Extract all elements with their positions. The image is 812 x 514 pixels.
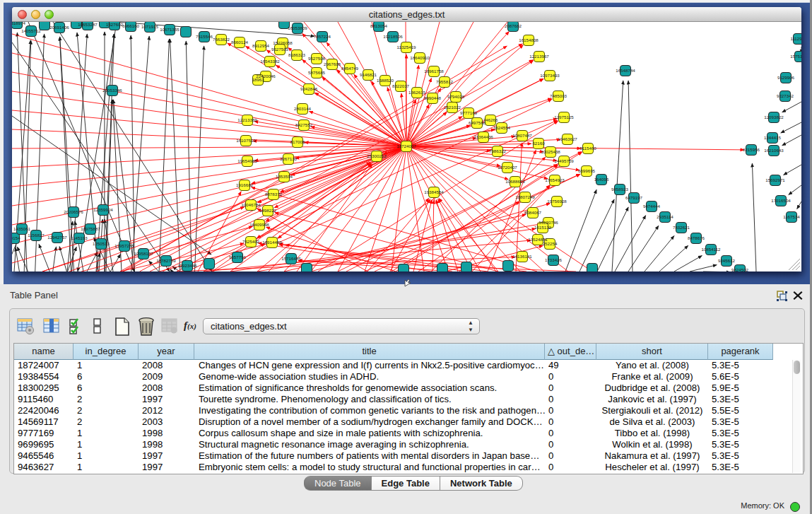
svg-text:16961758: 16961758 xyxy=(424,69,444,74)
svg-text:18807249: 18807249 xyxy=(515,194,535,199)
svg-text:1362615: 1362615 xyxy=(408,90,426,95)
svg-text:9657791: 9657791 xyxy=(229,255,247,259)
svg-text:6479197: 6479197 xyxy=(625,195,643,200)
svg-text:10025438: 10025438 xyxy=(541,149,560,154)
svg-text:20053346: 20053346 xyxy=(102,88,122,93)
svg-text:1435061: 1435061 xyxy=(13,226,31,231)
svg-text:62160: 62160 xyxy=(532,141,545,146)
svg-text:9227342: 9227342 xyxy=(777,93,794,98)
svg-text:18963: 18963 xyxy=(252,77,264,82)
svg-text:17654923: 17654923 xyxy=(545,177,565,182)
svg-text:16053809: 16053809 xyxy=(288,25,307,30)
svg-text:5875685: 5875685 xyxy=(308,70,326,75)
svg-text:16210643: 16210643 xyxy=(764,148,784,153)
svg-text:1250513: 1250513 xyxy=(93,241,110,246)
svg-text:7625402: 7625402 xyxy=(242,239,260,244)
svg-text:19218506: 19218506 xyxy=(383,34,403,39)
svg-text:8322037: 8322037 xyxy=(392,83,410,88)
svg-text:25300213: 25300213 xyxy=(367,153,387,158)
svg-text:1733426: 1733426 xyxy=(545,257,563,262)
svg-text:8660124: 8660124 xyxy=(231,40,249,45)
svg-text:20206576: 20206576 xyxy=(64,209,83,214)
svg-text:12093822: 12093822 xyxy=(764,115,784,119)
svg-text:12942757: 12942757 xyxy=(47,235,67,240)
svg-text:252254: 252254 xyxy=(543,241,558,246)
svg-text:746266: 746266 xyxy=(483,117,498,122)
svg-text:1112904: 1112904 xyxy=(790,36,801,41)
svg-text:15716485: 15716485 xyxy=(281,256,301,261)
svg-text:17016504: 17016504 xyxy=(771,198,791,203)
svg-text:14495759: 14495759 xyxy=(554,158,574,163)
svg-text:9084067: 9084067 xyxy=(524,210,542,215)
svg-text:12923446: 12923446 xyxy=(177,263,197,268)
svg-text:9474444: 9474444 xyxy=(643,204,661,209)
svg-text:19463627: 19463627 xyxy=(558,136,577,141)
svg-text:1621022: 1621022 xyxy=(444,105,461,110)
svg-text:8912954: 8912954 xyxy=(252,43,270,48)
svg-text:7955812: 7955812 xyxy=(436,79,454,84)
svg-text:8186323: 8186323 xyxy=(288,52,306,57)
svg-text:8454749: 8454749 xyxy=(341,66,359,71)
svg-text:10807487: 10807487 xyxy=(512,133,532,138)
svg-text:15692971: 15692971 xyxy=(765,177,785,182)
svg-text:9777169: 9777169 xyxy=(460,110,478,115)
svg-text:8478676: 8478676 xyxy=(688,235,705,240)
svg-text:10958107: 10958107 xyxy=(134,251,153,256)
svg-text:10046784: 10046784 xyxy=(241,202,261,207)
svg-text:8318974: 8318974 xyxy=(12,22,26,25)
svg-text:14136141: 14136141 xyxy=(512,254,532,259)
svg-text:8427552: 8427552 xyxy=(295,122,313,127)
svg-text:6699695: 6699695 xyxy=(578,168,596,173)
svg-text:1167534: 1167534 xyxy=(783,214,800,219)
svg-text:10975887: 10975887 xyxy=(81,226,100,231)
svg-text:12975125: 12975125 xyxy=(554,115,574,119)
svg-text:2087682: 2087682 xyxy=(505,23,522,28)
svg-text:1588520: 1588520 xyxy=(377,78,394,83)
svg-text:2803144: 2803144 xyxy=(294,106,312,111)
svg-text:16914469: 16914469 xyxy=(262,240,282,245)
svg-text:9129906: 9129906 xyxy=(777,75,795,80)
svg-text:9794028: 9794028 xyxy=(447,94,465,99)
svg-text:16409948: 16409948 xyxy=(249,222,269,227)
svg-text:3267130: 3267130 xyxy=(280,156,298,161)
svg-text:1615132: 1615132 xyxy=(534,225,552,230)
svg-text:10653287: 10653287 xyxy=(78,22,98,27)
svg-text:12213967: 12213967 xyxy=(529,54,549,59)
svg-text:2935114: 2935114 xyxy=(657,214,673,219)
svg-text:7485003: 7485003 xyxy=(550,93,567,98)
svg-text:9527503: 9527503 xyxy=(271,47,289,52)
svg-text:1498222: 1498222 xyxy=(259,208,277,213)
svg-text:19384554: 19384554 xyxy=(424,189,444,194)
svg-text:1145193: 1145193 xyxy=(71,235,88,240)
svg-text:16107519: 16107519 xyxy=(236,138,256,143)
svg-text:1156827: 1156827 xyxy=(28,233,45,238)
svg-text:16548784: 16548784 xyxy=(616,68,635,73)
svg-text:164095: 164095 xyxy=(594,177,609,182)
svg-text:7515546: 7515546 xyxy=(196,34,213,39)
svg-text:10854112: 10854112 xyxy=(701,247,721,252)
svg-text:16543382: 16543382 xyxy=(260,59,280,64)
svg-text:19756928: 19756928 xyxy=(547,199,567,204)
svg-text:1071915: 1071915 xyxy=(141,24,159,29)
svg-text:17957265: 17957265 xyxy=(114,243,134,248)
svg-text:16782759: 16782759 xyxy=(156,258,176,263)
svg-text:8215956: 8215956 xyxy=(743,147,760,152)
svg-text:8878372: 8878372 xyxy=(265,192,283,197)
svg-text:7357224: 7357224 xyxy=(314,34,331,39)
svg-text:18724007: 18724007 xyxy=(396,144,416,148)
svg-text:1353594: 1353594 xyxy=(276,174,293,179)
svg-text:7986322: 7986322 xyxy=(489,148,507,153)
svg-text:9824502: 9824502 xyxy=(731,267,749,271)
svg-text:20691406: 20691406 xyxy=(49,25,69,30)
svg-text:8990448: 8990448 xyxy=(424,95,442,100)
svg-text:15226058: 15226058 xyxy=(273,40,293,45)
svg-text:19654985: 19654985 xyxy=(237,158,257,163)
svg-text:12213369: 12213369 xyxy=(237,117,257,122)
svg-text:10688609: 10688609 xyxy=(505,179,525,184)
svg-text:3624554: 3624554 xyxy=(493,125,511,130)
svg-text:15751074: 15751074 xyxy=(790,54,801,59)
svg-text:9245612: 9245612 xyxy=(718,258,736,263)
svg-text:9115460: 9115460 xyxy=(579,146,596,151)
svg-text:2967608: 2967608 xyxy=(324,62,341,66)
svg-text:8813054: 8813054 xyxy=(370,23,388,28)
